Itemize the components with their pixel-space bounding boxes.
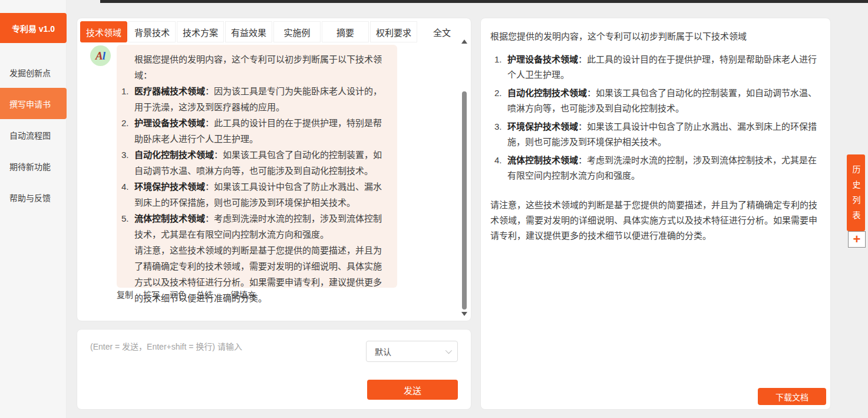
tab-beneficial-effects[interactable]: 有益效果 bbox=[225, 21, 272, 42]
sidebar-item-label: 期待新功能 bbox=[9, 160, 51, 172]
sidebar-item-help-feedback[interactable]: 帮助与反馈 bbox=[0, 182, 67, 213]
mode-select[interactable]: 默认 bbox=[366, 341, 458, 362]
sidebar-item-upcoming-features[interactable]: 期待新功能 bbox=[0, 150, 67, 182]
preview-item: 1.护理设备技术领域：此工具的设计目的在于提供护理，特别是帮助卧床老人进行个人卫… bbox=[494, 52, 821, 83]
item-number: 4. bbox=[121, 179, 134, 195]
item-number: 5. bbox=[121, 210, 134, 226]
item-title: 自动化控制技术领域 bbox=[134, 150, 214, 160]
message-intro: 根据您提供的发明内容，这个专利可以初步判断属于以下技术领域： bbox=[134, 51, 389, 83]
item-number: 4. bbox=[494, 153, 507, 168]
summarize-action[interactable]: 总结 bbox=[196, 288, 213, 300]
history-list-tab[interactable]: 历史列表 bbox=[847, 154, 865, 231]
item-number: 3. bbox=[494, 119, 507, 134]
tab-label: 有益效果 bbox=[231, 26, 266, 38]
app-title: 专利易 v1.0 bbox=[0, 13, 67, 43]
tech-field-item: 5.流体控制技术领域：考虑到洗澡时水流的控制，涉及到流体控制技术，尤其是在有限空… bbox=[121, 210, 389, 242]
download-document-button[interactable]: 下载文档 bbox=[758, 388, 826, 405]
history-list-label: 历史列表 bbox=[850, 165, 862, 226]
tab-abstract[interactable]: 摘要 bbox=[322, 21, 369, 42]
ai-message-bubble: 根据您提供的发明内容，这个专利可以初步判断属于以下技术领域： 1.医疗器械技术领… bbox=[117, 45, 397, 288]
item-number: 2. bbox=[121, 115, 134, 131]
item-title: 自动化控制技术领域 bbox=[507, 88, 587, 98]
scroll-down-icon[interactable] bbox=[461, 312, 467, 316]
sidebar-item-auto-flowchart[interactable]: 自动流程图 bbox=[0, 119, 67, 150]
ai-avatar: Al bbox=[90, 45, 111, 66]
item-number: 1. bbox=[494, 52, 507, 67]
tab-background-art[interactable]: 背景技术 bbox=[128, 21, 176, 42]
preview-item: 2.自动化控制技术领域：如果该工具包含了自动化的控制装置，如自动调节水温、喷淋方… bbox=[494, 85, 821, 116]
preview-item: 4.流体控制技术领域：考虑到洗澡时水流的控制，涉及到流体控制技术，尤其是在有限空… bbox=[494, 153, 821, 183]
chat-scrollbar bbox=[461, 40, 468, 316]
scrollbar-thumb[interactable] bbox=[462, 91, 467, 310]
item-number: 2. bbox=[494, 85, 507, 101]
preview-intro: 根据您提供的发明内容，这个专利可以初步判断属于以下技术领域 bbox=[490, 29, 821, 44]
item-title: 护理设备技术领域 bbox=[134, 118, 205, 128]
tech-field-item: 4.环境保护技术领域：如果该工具设计中包含了防止水溅出、漏水到床上的环保措施，则… bbox=[121, 179, 389, 210]
send-button[interactable]: 发送 bbox=[367, 380, 458, 400]
chevron-down-icon bbox=[445, 347, 452, 354]
tab-technical-solution[interactable]: 技术方案 bbox=[177, 21, 224, 42]
item-number: 1. bbox=[121, 83, 134, 99]
tab-label: 技术领域 bbox=[86, 26, 121, 38]
preview-panel: 根据您提供的发明内容，这个专利可以初步判断属于以下技术领域 1.护理设备技术领域… bbox=[480, 18, 831, 410]
sidebar-item-write-application[interactable]: 撰写申请书 bbox=[0, 88, 67, 119]
preview-list: 1.护理设备技术领域：此工具的设计目的在于提供护理，特别是帮助卧床老人进行个人卫… bbox=[490, 52, 821, 183]
top-edge-strip bbox=[100, 0, 868, 3]
item-title: 环境保护技术领域 bbox=[134, 182, 205, 192]
expand-action[interactable]: 扩写 bbox=[143, 288, 160, 300]
chat-panel: 技术领域 背景技术 技术方案 有益效果 实施例 摘要 权利要求 全文 Al 根据… bbox=[77, 18, 471, 321]
sidebar-item-label: 帮助与反馈 bbox=[9, 192, 51, 203]
tab-full-text[interactable]: 全文 bbox=[418, 21, 466, 42]
tab-embodiments[interactable]: 实施例 bbox=[273, 21, 321, 42]
tech-field-item: 1.医疗器械技术领域：因为该工具是专门为失能卧床老人设计的，用于洗澡，这涉及到医… bbox=[121, 83, 389, 115]
section-tabs: 技术领域 背景技术 技术方案 有益效果 实施例 摘要 权利要求 全文 bbox=[80, 21, 467, 42]
sidebar-item-label: 撰写申请书 bbox=[9, 98, 51, 110]
scroll-up-icon[interactable] bbox=[461, 40, 467, 44]
tab-label: 技术方案 bbox=[183, 26, 218, 38]
composer-panel: 默认 发送 bbox=[77, 329, 471, 410]
copy-action[interactable]: 复制 bbox=[117, 288, 133, 300]
sidebar-item-discover-innovation[interactable]: 发掘创新点 bbox=[0, 57, 67, 88]
item-number: 3. bbox=[121, 147, 134, 163]
sidebar: 专利易 v1.0 发掘创新点 撰写申请书 自动流程图 期待新功能 帮助与反馈 bbox=[0, 0, 67, 418]
item-title: 护理设备技术领域 bbox=[507, 54, 578, 64]
tab-technical-field[interactable]: 技术领域 bbox=[80, 21, 127, 42]
preview-item: 3.环境保护技术领域：如果该工具设计中包含了防止水溅出、漏水到床上的环保措施，则… bbox=[494, 119, 821, 150]
plus-icon: + bbox=[853, 233, 861, 246]
item-title: 环境保护技术领域 bbox=[507, 121, 578, 131]
sidebar-item-label: 发掘创新点 bbox=[9, 67, 51, 78]
tech-field-item: 3.自动化控制技术领域：如果该工具包含了自动化的控制装置，如自动调节水温、喷淋方… bbox=[121, 147, 389, 179]
tab-label: 权利要求 bbox=[376, 26, 411, 38]
tab-label: 背景技术 bbox=[134, 26, 170, 38]
item-title: 医疗器械技术领域 bbox=[134, 86, 205, 96]
one-click-fill-action[interactable]: 一键填充 bbox=[223, 288, 256, 300]
mode-select-value: 默认 bbox=[375, 345, 391, 357]
sidebar-item-label: 自动流程图 bbox=[9, 129, 51, 141]
item-title: 流体控制技术领域 bbox=[507, 155, 578, 165]
tech-field-item: 2.护理设备技术领域：此工具的设计目的在于提供护理，特别是帮助卧床老人进行个人卫… bbox=[121, 115, 389, 147]
preview-note: 请注意，这些技术领域的判断是基于您提供的简要描述，并且为了精确确定专利的技术领域… bbox=[490, 198, 821, 243]
item-title: 流体控制技术领域 bbox=[134, 213, 205, 223]
polish-action[interactable]: 润色 bbox=[170, 288, 186, 300]
tab-claims[interactable]: 权利要求 bbox=[370, 21, 417, 42]
tab-label: 摘要 bbox=[336, 26, 354, 38]
tab-label: 全文 bbox=[433, 26, 451, 38]
avatar-letter-i: l bbox=[103, 50, 105, 62]
message-input[interactable] bbox=[90, 340, 349, 402]
sidebar-menu: 发掘创新点 撰写申请书 自动流程图 期待新功能 帮助与反馈 bbox=[0, 57, 66, 213]
add-button[interactable]: + bbox=[848, 231, 866, 248]
tab-label: 实施例 bbox=[283, 26, 310, 38]
message-actions: 复制 扩写 润色 总结 一键填充 bbox=[117, 288, 256, 300]
